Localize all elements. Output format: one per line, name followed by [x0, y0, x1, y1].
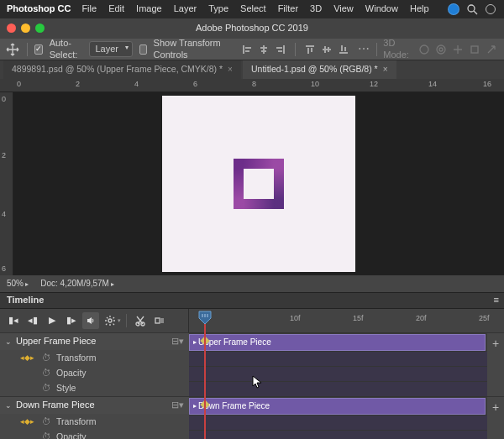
svg-rect-14	[323, 49, 331, 50]
prop-transform[interactable]: ◂◆▸⏱Transform	[0, 414, 189, 429]
window-controls[interactable]	[7, 24, 45, 33]
doc-tab-2-label: Untitled-1.psd @ 50% (RGB/8) *	[251, 64, 378, 75]
auto-select-dropdown[interactable]: Layer	[89, 41, 133, 57]
align-top-icon[interactable]	[302, 42, 318, 57]
prop-style[interactable]: ⏱Style	[0, 380, 189, 395]
stopwatch-icon[interactable]: ⏱	[42, 368, 51, 379]
prop-transform[interactable]: ◂◆▸⏱Transform	[0, 350, 189, 365]
layer-track[interactable]: ▸Upper Frame Piece	[189, 333, 487, 396]
menu-window[interactable]: Window	[360, 3, 404, 14]
layer-options-icon[interactable]: ⊟▾	[171, 336, 184, 347]
layer-track[interactable]: ▸Down Frame Piece	[189, 397, 487, 439]
close-tab-icon[interactable]: ×	[228, 65, 233, 75]
audio-button[interactable]	[82, 312, 99, 329]
svg-point-21	[437, 45, 445, 54]
layer-row-down: ⌄ Down Frame Piece ⊟▾ ◂◆▸⏱Transform ⏱Opa…	[0, 396, 504, 439]
timeline-ruler[interactable]: 10f 15f 20f 25f	[189, 309, 504, 332]
close-window-button[interactable]	[7, 24, 16, 33]
align-bottom-icon[interactable]	[336, 42, 351, 57]
chevron-right-icon[interactable]: ▸	[193, 402, 197, 410]
menu-file[interactable]: File	[76, 3, 102, 14]
timeline-panel: ▮◂ ◂▮ ▶ ▮▸ ▾ 10f 15f	[0, 309, 504, 439]
zoom-level[interactable]: 50%	[7, 279, 29, 289]
first-frame-button[interactable]: ▮◂	[5, 312, 22, 329]
vertical-ruler[interactable]: 0 2 4 6	[0, 92, 13, 275]
transition-button[interactable]	[151, 312, 168, 329]
layer-header[interactable]: ⌄ Upper Frame Piece ⊟▾	[0, 333, 189, 350]
close-tab-icon[interactable]: ×	[383, 65, 388, 75]
menu-select[interactable]: Select	[234, 3, 272, 14]
prop-opacity[interactable]: ⏱Opacity	[0, 365, 189, 380]
next-frame-button[interactable]: ▮▸	[63, 312, 80, 329]
search-icon[interactable]	[465, 3, 479, 16]
svg-rect-2	[243, 45, 244, 54]
canvas[interactable]	[13, 92, 504, 275]
horizontal-ruler[interactable]: 0 2 4 6 8 10 12 14 16	[0, 79, 504, 92]
split-button[interactable]	[132, 312, 149, 329]
document-tabs: 4899891.psd @ 50% (Upper Frame Piece, CM…	[0, 60, 504, 79]
clip-down[interactable]: ▸Down Frame Piece	[189, 398, 486, 415]
mode-label: 3D Mode:	[383, 38, 410, 60]
menu-3d[interactable]: 3D	[304, 3, 328, 14]
chevron-down-icon[interactable]: ⌄	[5, 337, 12, 347]
minimize-window-button[interactable]	[21, 24, 30, 33]
align-middle-icon[interactable]	[319, 42, 334, 57]
align-left-icon[interactable]	[239, 42, 255, 57]
menu-filter[interactable]: Filter	[272, 3, 304, 14]
menu-view[interactable]: View	[328, 3, 360, 14]
svg-rect-27	[155, 318, 160, 323]
svg-point-24	[108, 319, 112, 322]
cloud-status-icon[interactable]	[447, 3, 460, 16]
svg-rect-11	[306, 45, 314, 47]
svg-rect-13	[311, 48, 312, 52]
stopwatch-icon[interactable]: ⏱	[42, 431, 51, 439]
settings-button[interactable]	[102, 312, 118, 329]
stopwatch-icon[interactable]: ⏱	[42, 416, 51, 427]
layer-name: Down Frame Piece	[16, 400, 167, 410]
align-right-icon[interactable]	[273, 42, 288, 57]
menu-edit[interactable]: Edit	[102, 3, 130, 14]
window-titlebar: Adobe Photoshop CC 2019	[0, 18, 504, 39]
svg-rect-23	[471, 46, 478, 53]
pan-icon	[450, 42, 465, 57]
auto-select-checkbox[interactable]	[34, 44, 43, 55]
timeline-panel-header[interactable]: Timeline ≡	[0, 292, 504, 309]
doc-tab-1[interactable]: 4899891.psd @ 50% (Upper Frame Piece, CM…	[3, 60, 241, 79]
align-center-h-icon[interactable]	[256, 42, 271, 57]
orbit-icon	[417, 42, 432, 57]
panel-menu-icon[interactable]: ≡	[494, 295, 497, 306]
stopwatch-icon[interactable]: ⏱	[42, 353, 51, 363]
clip-upper[interactable]: ▸Upper Frame Piece	[189, 334, 486, 351]
doc-size[interactable]: Doc: 4,20M/9,57M	[40, 279, 114, 289]
menu-extra-icon[interactable]	[484, 3, 497, 16]
svg-rect-4	[245, 50, 249, 52]
layer-options-icon[interactable]: ⊟▾	[171, 400, 184, 410]
add-track-button[interactable]: +	[487, 333, 504, 396]
zoom-window-button[interactable]	[35, 24, 45, 33]
chevron-right-icon[interactable]: ▸	[193, 338, 197, 347]
prev-frame-button[interactable]: ◂▮	[24, 312, 41, 329]
menu-help[interactable]: Help	[404, 3, 435, 14]
layer-header[interactable]: ⌄ Down Frame Piece ⊟▾	[0, 397, 189, 414]
svg-rect-19	[344, 47, 346, 51]
cursor-icon	[252, 375, 264, 390]
show-transform-label: Show Transform Controls	[154, 38, 223, 60]
show-transform-checkbox[interactable]	[139, 44, 147, 55]
more-align-icon[interactable]: ⋯	[358, 42, 370, 57]
menu-layer[interactable]: Layer	[168, 3, 203, 14]
svg-rect-8	[283, 45, 285, 54]
menu-type[interactable]: Type	[202, 3, 234, 14]
playhead[interactable]	[198, 311, 212, 326]
move-tool-icon[interactable]	[5, 42, 20, 57]
app-name: Photoshop CC	[7, 3, 71, 14]
doc-tab-2[interactable]: Untitled-1.psd @ 50% (RGB/8) * ×	[243, 60, 396, 79]
stopwatch-icon[interactable]: ⏱	[42, 383, 51, 394]
menu-image[interactable]: Image	[130, 3, 168, 14]
add-track-button[interactable]: +	[487, 397, 504, 439]
chevron-down-icon[interactable]: ⌄	[5, 401, 12, 410]
timeline-title: Timeline	[7, 295, 44, 306]
svg-rect-17	[339, 52, 348, 54]
prop-opacity[interactable]: ⏱Opacity	[0, 429, 189, 439]
play-button[interactable]: ▶	[44, 312, 60, 329]
window-title: Adobe Photoshop CC 2019	[196, 23, 308, 34]
